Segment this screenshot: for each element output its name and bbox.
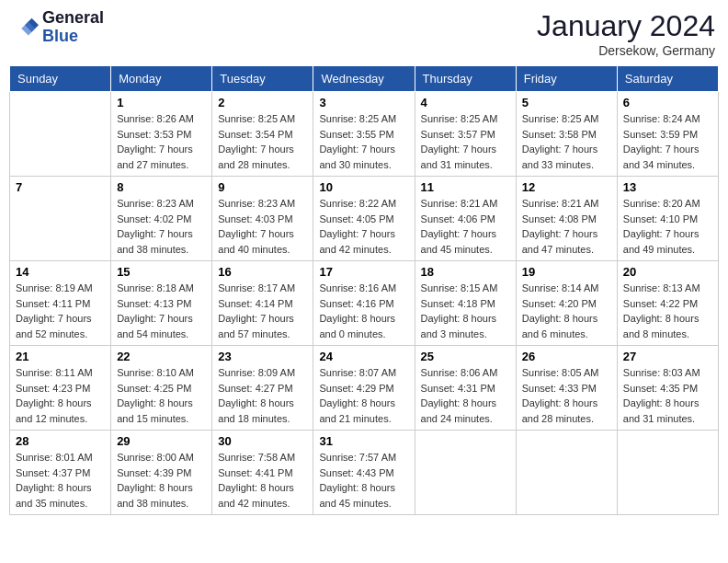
calendar-cell: 7 <box>10 177 111 261</box>
day-info: Sunrise: 8:10 AMSunset: 4:25 PMDaylight:… <box>117 365 206 426</box>
logo-general: General <box>42 9 104 28</box>
calendar-cell <box>415 431 516 515</box>
day-number: 10 <box>319 180 408 194</box>
day-number: 21 <box>16 350 105 363</box>
location: Dersekow, Germany <box>537 43 715 58</box>
page-header: General Blue January 2024 Dersekow, Germ… <box>9 9 719 58</box>
week-row-1: 1Sunrise: 8:26 AMSunset: 3:53 PMDaylight… <box>10 92 719 177</box>
day-info: Sunrise: 8:26 AMSunset: 3:53 PMDaylight:… <box>117 111 206 172</box>
day-info: Sunrise: 8:17 AMSunset: 4:14 PMDaylight:… <box>218 281 307 341</box>
calendar-cell: 26Sunrise: 8:05 AMSunset: 4:33 PMDayligh… <box>516 346 617 431</box>
day-number: 25 <box>421 350 510 363</box>
day-number: 6 <box>623 96 712 109</box>
calendar-cell: 12Sunrise: 8:21 AMSunset: 4:08 PMDayligh… <box>516 177 617 261</box>
day-number: 27 <box>623 350 712 363</box>
calendar-cell: 20Sunrise: 8:13 AMSunset: 4:22 PMDayligh… <box>617 261 718 346</box>
day-number: 30 <box>218 434 307 448</box>
day-number: 16 <box>218 265 307 279</box>
calendar-cell: 18Sunrise: 8:15 AMSunset: 4:18 PMDayligh… <box>415 261 516 346</box>
week-row-5: 28Sunrise: 8:01 AMSunset: 4:37 PMDayligh… <box>10 431 719 515</box>
day-info: Sunrise: 8:07 AMSunset: 4:29 PMDaylight:… <box>319 365 408 426</box>
day-info: Sunrise: 8:21 AMSunset: 4:06 PMDaylight:… <box>421 196 510 257</box>
logo-text: General Blue <box>42 9 104 46</box>
day-info: Sunrise: 8:25 AMSunset: 3:55 PMDaylight:… <box>319 111 408 172</box>
day-number: 3 <box>319 96 408 109</box>
calendar-cell: 14Sunrise: 8:19 AMSunset: 4:11 PMDayligh… <box>10 261 111 346</box>
day-info: Sunrise: 8:14 AMSunset: 4:20 PMDaylight:… <box>522 281 611 341</box>
day-number: 31 <box>319 434 408 448</box>
day-number: 29 <box>117 434 206 448</box>
day-number: 26 <box>522 350 611 363</box>
day-number: 22 <box>117 350 206 363</box>
calendar-cell: 6Sunrise: 8:24 AMSunset: 3:59 PMDaylight… <box>617 92 718 177</box>
day-number: 8 <box>117 180 206 194</box>
day-number: 5 <box>522 96 611 109</box>
calendar-cell: 13Sunrise: 8:20 AMSunset: 4:10 PMDayligh… <box>617 177 718 261</box>
day-info: Sunrise: 8:15 AMSunset: 4:18 PMDaylight:… <box>421 281 510 341</box>
day-info: Sunrise: 8:22 AMSunset: 4:05 PMDaylight:… <box>319 196 408 257</box>
day-info: Sunrise: 8:16 AMSunset: 4:16 PMDaylight:… <box>319 281 408 341</box>
calendar-cell: 19Sunrise: 8:14 AMSunset: 4:20 PMDayligh… <box>516 261 617 346</box>
day-number: 4 <box>421 96 510 109</box>
day-number: 24 <box>319 350 408 363</box>
calendar-cell: 30Sunrise: 7:58 AMSunset: 4:41 PMDayligh… <box>212 431 313 515</box>
day-info: Sunrise: 8:25 AMSunset: 3:57 PMDaylight:… <box>421 111 510 172</box>
day-info: Sunrise: 8:03 AMSunset: 4:35 PMDaylight:… <box>623 365 712 426</box>
day-info: Sunrise: 8:09 AMSunset: 4:27 PMDaylight:… <box>218 365 307 426</box>
column-header-monday: Monday <box>111 66 212 92</box>
column-header-wednesday: Wednesday <box>313 66 415 92</box>
calendar-cell: 24Sunrise: 8:07 AMSunset: 4:29 PMDayligh… <box>313 346 415 431</box>
calendar-cell: 1Sunrise: 8:26 AMSunset: 3:53 PMDaylight… <box>111 92 212 177</box>
day-number: 15 <box>117 265 206 279</box>
column-header-tuesday: Tuesday <box>212 66 313 92</box>
day-info: Sunrise: 8:00 AMSunset: 4:39 PMDaylight:… <box>117 450 206 511</box>
logo: General Blue <box>13 9 104 46</box>
day-number: 2 <box>218 96 307 109</box>
day-number: 28 <box>16 434 105 448</box>
day-number: 20 <box>623 265 712 279</box>
calendar-cell: 8Sunrise: 8:23 AMSunset: 4:02 PMDaylight… <box>111 177 212 261</box>
day-info: Sunrise: 8:23 AMSunset: 4:02 PMDaylight:… <box>117 196 206 257</box>
month-title: January 2024 <box>537 9 715 43</box>
day-info: Sunrise: 8:05 AMSunset: 4:33 PMDaylight:… <box>522 365 611 426</box>
week-row-2: 78Sunrise: 8:23 AMSunset: 4:02 PMDayligh… <box>10 177 719 261</box>
day-number: 11 <box>421 180 510 194</box>
day-info: Sunrise: 8:19 AMSunset: 4:11 PMDaylight:… <box>16 281 105 341</box>
calendar-cell: 17Sunrise: 8:16 AMSunset: 4:16 PMDayligh… <box>313 261 415 346</box>
column-header-friday: Friday <box>516 66 617 92</box>
day-info: Sunrise: 7:58 AMSunset: 4:41 PMDaylight:… <box>218 450 307 511</box>
calendar-cell: 15Sunrise: 8:18 AMSunset: 4:13 PMDayligh… <box>111 261 212 346</box>
day-number: 18 <box>421 265 510 279</box>
calendar-cell: 9Sunrise: 8:23 AMSunset: 4:03 PMDaylight… <box>212 177 313 261</box>
title-block: January 2024 Dersekow, Germany <box>537 9 715 58</box>
day-info: Sunrise: 8:25 AMSunset: 3:54 PMDaylight:… <box>218 111 307 172</box>
calendar-cell: 21Sunrise: 8:11 AMSunset: 4:23 PMDayligh… <box>10 346 111 431</box>
calendar-cell: 25Sunrise: 8:06 AMSunset: 4:31 PMDayligh… <box>415 346 516 431</box>
calendar-cell: 5Sunrise: 8:25 AMSunset: 3:58 PMDaylight… <box>516 92 617 177</box>
calendar-cell: 11Sunrise: 8:21 AMSunset: 4:06 PMDayligh… <box>415 177 516 261</box>
calendar-cell: 22Sunrise: 8:10 AMSunset: 4:25 PMDayligh… <box>111 346 212 431</box>
calendar-cell: 23Sunrise: 8:09 AMSunset: 4:27 PMDayligh… <box>212 346 313 431</box>
day-info: Sunrise: 8:18 AMSunset: 4:13 PMDaylight:… <box>117 281 206 341</box>
day-number: 19 <box>522 265 611 279</box>
calendar-cell: 29Sunrise: 8:00 AMSunset: 4:39 PMDayligh… <box>111 431 212 515</box>
calendar-table: SundayMondayTuesdayWednesdayThursdayFrid… <box>9 65 719 515</box>
logo-blue: Blue <box>42 28 104 46</box>
calendar-cell: 4Sunrise: 8:25 AMSunset: 3:57 PMDaylight… <box>415 92 516 177</box>
logo-icon <box>13 15 39 40</box>
day-number: 7 <box>16 180 105 194</box>
day-info: Sunrise: 8:11 AMSunset: 4:23 PMDaylight:… <box>16 365 105 426</box>
week-row-4: 21Sunrise: 8:11 AMSunset: 4:23 PMDayligh… <box>10 346 719 431</box>
calendar-header-row: SundayMondayTuesdayWednesdayThursdayFrid… <box>10 66 719 92</box>
day-number: 1 <box>117 96 206 109</box>
column-header-thursday: Thursday <box>415 66 516 92</box>
day-info: Sunrise: 8:01 AMSunset: 4:37 PMDaylight:… <box>16 450 105 511</box>
day-info: Sunrise: 8:23 AMSunset: 4:03 PMDaylight:… <box>218 196 307 257</box>
day-number: 12 <box>522 180 611 194</box>
calendar-cell: 3Sunrise: 8:25 AMSunset: 3:55 PMDaylight… <box>313 92 415 177</box>
day-number: 9 <box>218 180 307 194</box>
day-number: 13 <box>623 180 712 194</box>
calendar-cell <box>10 92 111 177</box>
column-header-sunday: Sunday <box>10 66 111 92</box>
day-info: Sunrise: 7:57 AMSunset: 4:43 PMDaylight:… <box>319 450 408 511</box>
